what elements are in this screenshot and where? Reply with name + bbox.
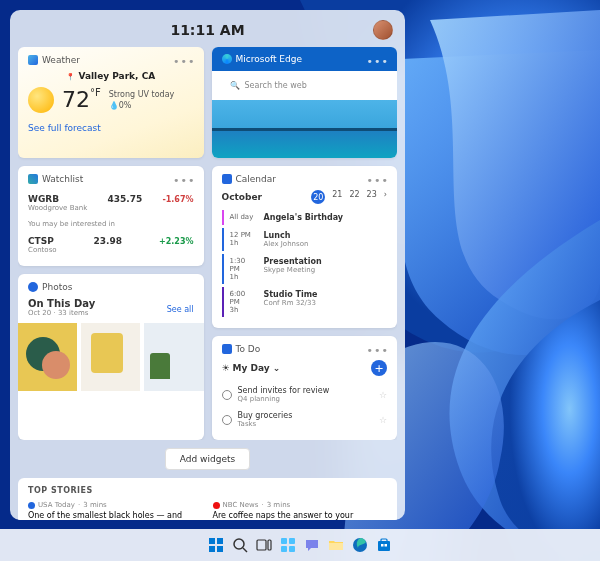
- user-avatar[interactable]: [373, 20, 393, 40]
- svg-rect-17: [381, 544, 384, 547]
- store-button[interactable]: [374, 535, 394, 555]
- svg-rect-7: [257, 540, 266, 550]
- watchlist-title: Watchlist: [42, 174, 83, 184]
- weather-temp: 72: [62, 87, 90, 112]
- search-icon: 🔍: [230, 81, 240, 90]
- more-icon[interactable]: •••: [173, 55, 195, 68]
- calendar-event[interactable]: All dayAngela's Birthday: [222, 210, 388, 225]
- star-icon[interactable]: ☆: [379, 415, 387, 425]
- sun-icon: [28, 87, 54, 113]
- svg-line-6: [243, 548, 247, 552]
- svg-rect-9: [281, 538, 287, 544]
- news-heading: TOP STORIES: [28, 486, 387, 495]
- calendar-event[interactable]: 1:30 PM1hPresentationSkype Meeting: [222, 254, 388, 284]
- more-icon[interactable]: •••: [173, 174, 195, 187]
- sun-icon: ☀: [222, 363, 230, 373]
- more-icon[interactable]: •••: [367, 174, 389, 187]
- svg-rect-1: [209, 538, 215, 544]
- search-input[interactable]: 🔍Search the web: [222, 77, 388, 94]
- todo-icon: [222, 344, 232, 354]
- widgets-panel: 11:11 AM Weather ••• 📍 Valley Park, CA 7…: [10, 10, 405, 520]
- svg-rect-16: [381, 539, 387, 542]
- search-button[interactable]: [230, 535, 250, 555]
- calendar-event[interactable]: 6:00 PM3hStudio TimeConf Rm 32/33: [222, 287, 388, 317]
- svg-point-5: [234, 539, 244, 549]
- more-icon[interactable]: •••: [367, 55, 389, 68]
- svg-rect-4: [217, 546, 223, 552]
- photos-title: Photos: [42, 282, 72, 292]
- edge-icon: [222, 54, 232, 64]
- more-icon[interactable]: •••: [367, 344, 389, 357]
- svg-rect-18: [385, 544, 388, 547]
- star-icon[interactable]: ☆: [379, 390, 387, 400]
- weather-location: Valley Park, CA: [78, 71, 155, 81]
- calendar-event[interactable]: 12 PM1hLunchAlex Johnson: [222, 228, 388, 251]
- weather-widget[interactable]: Weather ••• 📍 Valley Park, CA 72°F Stron…: [18, 47, 204, 158]
- edge-title: Microsoft Edge: [236, 54, 302, 64]
- source-dot-icon: [213, 502, 220, 509]
- weather-title: Weather: [42, 55, 80, 65]
- edge-button[interactable]: [350, 535, 370, 555]
- source-dot-icon: [28, 502, 35, 509]
- news-item[interactable]: NBC News · 3 minsAre coffee naps the ans…: [213, 501, 388, 520]
- todo-item[interactable]: Send invites for reviewQ4 planning☆: [222, 382, 388, 407]
- svg-rect-8: [268, 540, 271, 550]
- todo-title: To Do: [236, 344, 261, 354]
- photos-icon: [28, 282, 38, 292]
- watchlist-row[interactable]: WGRBWoodgrove Bank435.75-1.67%: [28, 190, 194, 216]
- calendar-icon: [222, 174, 232, 184]
- photos-widget[interactable]: Photos On This Day Oct 20 · 33 items See…: [18, 274, 204, 440]
- widgets-button[interactable]: [278, 535, 298, 555]
- calendar-days[interactable]: 20212223›: [311, 190, 387, 204]
- task-view-button[interactable]: [254, 535, 274, 555]
- svg-rect-3: [209, 546, 215, 552]
- calendar-widget[interactable]: Calendar ••• October 20212223› All dayAn…: [212, 166, 398, 328]
- news-item[interactable]: USA Today · 3 minsOne of the smallest bl…: [28, 501, 203, 520]
- see-all-link[interactable]: See all: [167, 305, 194, 314]
- edge-widget[interactable]: Microsoft Edge••• 🔍Search the web 📍 Ikem…: [212, 47, 398, 158]
- start-button[interactable]: [206, 535, 226, 555]
- add-task-button[interactable]: +: [371, 360, 387, 376]
- checkbox[interactable]: [222, 415, 232, 425]
- photo-thumbnails[interactable]: [18, 323, 204, 391]
- checkbox[interactable]: [222, 390, 232, 400]
- weather-icon: [28, 55, 38, 65]
- svg-rect-11: [281, 546, 287, 552]
- calendar-title: Calendar: [236, 174, 276, 184]
- panel-clock: 11:11 AM: [170, 22, 244, 38]
- svg-rect-13: [329, 543, 343, 550]
- weather-cond: Strong UV today: [109, 89, 175, 100]
- forecast-link[interactable]: See full forecast: [28, 123, 194, 133]
- calendar-month: October: [222, 192, 262, 202]
- chevron-down-icon[interactable]: ⌄: [273, 363, 281, 373]
- chat-button[interactable]: [302, 535, 322, 555]
- svg-rect-10: [289, 538, 295, 544]
- svg-rect-2: [217, 538, 223, 544]
- chevron-right-icon[interactable]: ›: [384, 190, 387, 204]
- add-widgets-button[interactable]: Add widgets: [165, 448, 250, 470]
- taskbar: [0, 529, 600, 561]
- news-headline: Are coffee naps the answer to your: [213, 511, 388, 520]
- todo-item[interactable]: Buy groceriesTasks☆: [222, 407, 388, 432]
- watchlist-widget[interactable]: Watchlist ••• WGRBWoodgrove Bank435.75-1…: [18, 166, 204, 266]
- news-section: TOP STORIES USA Today · 3 minsOne of the…: [18, 478, 397, 520]
- todo-widget[interactable]: To Do ••• ☀My Day⌄+ Send invites for rev…: [212, 336, 398, 440]
- explorer-button[interactable]: [326, 535, 346, 555]
- chart-icon: [28, 174, 38, 184]
- news-headline: One of the smallest black holes — and: [28, 511, 203, 520]
- watchlist-row[interactable]: CTSPContoso23.98+2.23%: [28, 232, 194, 258]
- watchlist-note: You may be interested in: [28, 220, 194, 228]
- svg-rect-12: [289, 546, 295, 552]
- edge-image: [212, 100, 398, 158]
